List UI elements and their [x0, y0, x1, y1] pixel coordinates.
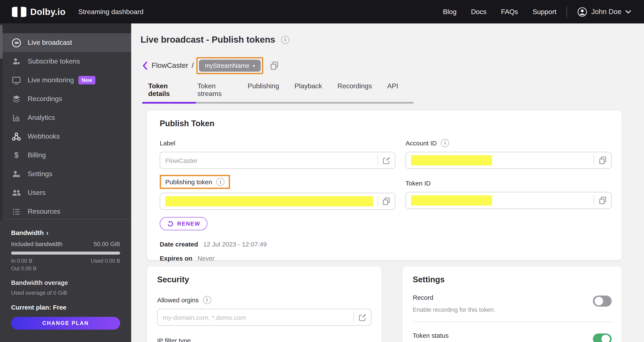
page-title-info-icon[interactable]: i: [281, 36, 290, 44]
sidebar-item-live-broadcast[interactable]: Live broadcast: [0, 33, 131, 52]
renew-icon: [167, 220, 174, 227]
current-plan-label: Current plan: Free: [11, 304, 120, 311]
sidebar-item-billing[interactable]: $ Billing: [0, 146, 131, 164]
bandwidth-in: In 0.00 B: [11, 258, 32, 264]
sidebar-item-users[interactable]: Users: [0, 183, 131, 202]
sidebar-item-resources[interactable]: Resources: [0, 202, 131, 221]
copy-stream-name-button[interactable]: [270, 61, 280, 71]
sidebar-item-label: Live broadcast: [28, 39, 72, 47]
live-monitoring-icon: [12, 75, 21, 85]
bandwidth-out: Out 0.00 B: [11, 266, 120, 272]
sidebar-scrollbar[interactable]: [0, 24, 2, 221]
main-content: Live broadcast - Publish tokens i FlowCa…: [131, 24, 644, 342]
nav-blog[interactable]: Blog: [443, 8, 456, 16]
sidebar-item-live-monitoring[interactable]: Live monitoring New: [0, 71, 131, 90]
top-bar: Dolby.io Streaming dashboard Blog Docs F…: [0, 0, 644, 24]
settings-card: Settings Record Enable recording for thi…: [402, 267, 622, 342]
app-title: Streaming dashboard: [78, 8, 144, 16]
label-input[interactable]: [160, 157, 377, 164]
settings-icon: [12, 169, 21, 179]
copy-token-id-button[interactable]: [594, 192, 611, 209]
tab-recordings[interactable]: Recordings: [338, 82, 372, 104]
bandwidth-progress-bar: [11, 252, 120, 255]
breadcrumb-token-name[interactable]: FlowCaster: [152, 61, 188, 70]
publishing-token-label: Publishing token: [165, 178, 212, 186]
account-id-input-box: [406, 152, 612, 169]
account-id-label: Account ID: [406, 139, 437, 146]
sidebar-item-label: Billing: [28, 151, 46, 159]
sidebar-scroll-thumb[interactable]: [0, 25, 2, 59]
user-chevron-down-icon: [625, 10, 631, 14]
sidebar-item-label: Live monitoring: [28, 76, 74, 84]
change-plan-button[interactable]: CHANGE PLAN: [11, 317, 120, 330]
sidebar-item-label: Webhooks: [28, 133, 60, 140]
renew-button[interactable]: RENEW: [160, 217, 208, 230]
token-status-toggle[interactable]: [593, 333, 612, 342]
record-description: Enable recording for this token.: [413, 306, 495, 313]
annotation-highlight-stream: myStreamName ▾: [196, 57, 264, 74]
settings-title: Settings: [413, 275, 612, 284]
copy-publishing-token-button[interactable]: [378, 193, 395, 209]
billing-icon: $: [12, 150, 21, 160]
tab-publishing[interactable]: Publishing: [248, 82, 279, 104]
sidebar-item-settings[interactable]: Settings: [0, 164, 131, 183]
token-id-field: Token ID: [406, 175, 612, 230]
allowed-origins-input-box: [157, 309, 372, 326]
dolby-logo[interactable]: Dolby.io: [12, 7, 66, 17]
record-setting-row: Record Enable recording for this token.: [413, 294, 612, 313]
resources-icon: [12, 207, 21, 216]
edit-label-button[interactable]: [378, 152, 395, 168]
sidebar-menu: Live broadcast Subscribe tokens: [0, 33, 131, 221]
allowed-origins-info-icon[interactable]: i: [203, 296, 211, 304]
bandwidth-title-link[interactable]: Bandwidth ›: [11, 229, 120, 236]
publishing-token-input-box: [160, 193, 395, 210]
publishing-token-info-icon[interactable]: i: [216, 178, 224, 186]
publishing-token-redacted-value: [165, 196, 373, 206]
breadcrumb-back-icon[interactable]: [142, 61, 147, 70]
allowed-origins-input[interactable]: [158, 314, 354, 321]
record-label: Record: [413, 294, 495, 301]
dolby-mark-icon: [12, 7, 26, 17]
edit-allowed-origins-button[interactable]: [354, 309, 371, 325]
renew-button-label: RENEW: [177, 221, 200, 227]
active-tab-indicator: [142, 102, 196, 104]
nav-faqs[interactable]: FAQs: [501, 8, 518, 16]
label-field-label: Label: [160, 139, 175, 146]
record-toggle[interactable]: [593, 295, 612, 307]
tab-bar: Token details Token streams Publishing P…: [142, 82, 414, 104]
logo-text: Dolby.io: [30, 7, 66, 17]
allowed-origins-label: Allowed orgins: [157, 296, 199, 303]
sidebar-item-label: Resources: [28, 208, 60, 215]
page-title: Live broadcast - Publish tokens: [140, 35, 275, 45]
top-nav: Blog Docs FAQs Support: [443, 8, 556, 16]
tab-token-details[interactable]: Token details: [148, 82, 182, 104]
expires-on-label: Expires on: [160, 255, 192, 262]
sidebar-item-recordings[interactable]: Recordings: [0, 90, 131, 108]
copy-account-id-button[interactable]: [594, 152, 611, 168]
sidebar-item-subscribe-tokens[interactable]: Subscribe tokens: [0, 52, 131, 71]
sidebar-top-shade: [0, 24, 131, 33]
sidebar-item-label: Users: [28, 189, 46, 197]
chevron-right-icon: ›: [46, 229, 48, 236]
webhooks-icon: [12, 131, 21, 141]
settings-divider: [413, 321, 612, 322]
breadcrumb: FlowCaster / myStreamName ▾: [142, 58, 644, 73]
nav-docs[interactable]: Docs: [471, 8, 486, 16]
user-menu[interactable]: John Doe: [577, 7, 631, 17]
bandwidth-title: Bandwidth: [11, 229, 44, 236]
account-id-info-icon[interactable]: i: [441, 139, 449, 147]
security-title: Security: [157, 275, 372, 284]
date-created-label: Date created: [160, 241, 198, 248]
sidebar-item-analytics[interactable]: Analytics: [0, 108, 131, 127]
token-status-setting-row: Token status Enable or disable your publ…: [413, 332, 612, 342]
tab-playback[interactable]: Playback: [294, 82, 322, 104]
stream-name-dropdown[interactable]: myStreamName ▾: [199, 60, 261, 72]
bandwidth-overage-detail: Used overage of 0 GiB: [11, 290, 120, 296]
sidebar-item-webhooks[interactable]: Webhooks: [0, 127, 131, 146]
tab-token-streams[interactable]: Token streams: [198, 82, 232, 104]
users-icon: [12, 188, 21, 198]
ip-filter-type-label: IP filter type: [157, 337, 191, 342]
live-broadcast-icon: [12, 38, 21, 48]
tab-api[interactable]: API: [387, 82, 398, 104]
nav-support[interactable]: Support: [532, 8, 556, 16]
